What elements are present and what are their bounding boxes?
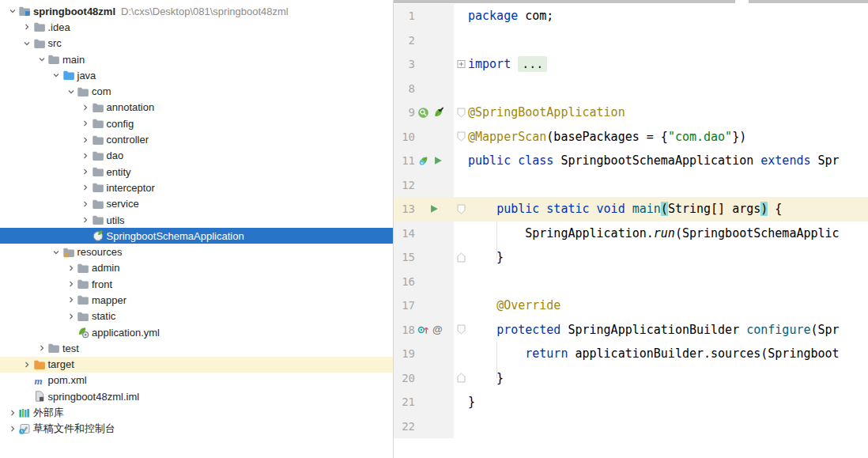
chevron-down-icon[interactable] [51,70,62,80]
fold-marker-down[interactable] [454,324,468,335]
code-line-21[interactable]: 21} [394,390,868,414]
at-icon: @ [432,324,443,335]
code-text-line-13[interactable]: public static void main(String[] args) { [468,197,782,221]
tree-item-target[interactable]: target [0,357,393,373]
tree-item-application.yml[interactable]: application.yml [0,324,393,340]
code-line-8[interactable]: 8 [394,77,868,101]
chevron-down-icon[interactable] [36,55,47,64]
tree-item-springboot48zml.iml[interactable]: springboot48zml.iml [0,388,393,404]
chevron-right-icon[interactable] [80,135,92,145]
tree-item-.idea[interactable]: .idea [0,19,393,35]
folder-icon [77,85,91,98]
editor-lines: 1package com;23import ...89@SpringBootAp… [394,4,868,438]
chevron-right-icon[interactable] [80,151,92,161]
tree-item-草稿文件和控制台[interactable]: 草稿文件和控制台 [0,421,393,437]
chevron-down-icon[interactable] [21,39,33,48]
tree-item-label: entity [106,166,131,178]
code-line-13[interactable]: 13 public static void main(String[] args… [394,197,868,221]
code-line-1[interactable]: 1package com; [394,4,868,28]
code-text-line-19[interactable]: return applicationBuilder.sources(Spring… [468,342,840,366]
tree-item-annotation[interactable]: annotation [0,100,393,115]
fold-marker-up[interactable] [454,252,468,263]
run-icon[interactable] [432,155,443,166]
gutter: 9 [394,100,454,125]
run-icon[interactable] [428,203,440,214]
code-text-line-9[interactable]: @SpringBootApplication [468,100,625,125]
code-text-line-20[interactable]: } [468,366,504,391]
fold-marker-down[interactable] [454,108,468,118]
tree-item-front[interactable]: front [0,276,393,292]
chevron-down-icon[interactable] [65,87,77,97]
code-text-line-15[interactable]: } [468,245,504,270]
chevron-right-icon[interactable] [80,199,92,209]
code-line-15[interactable]: 15 } [394,245,868,270]
fold-marker-down[interactable] [454,204,468,214]
tree-item-config[interactable]: config [0,115,393,131]
code-text-line-3[interactable]: import ... [468,52,547,77]
chevron-right-icon[interactable] [36,343,47,353]
code-line-10[interactable]: 10@MapperScan(basePackages = {"com.dao"}… [394,125,868,150]
tree-item-pom.xml[interactable]: mpom.xml [0,373,393,388]
tree-item-java[interactable]: java [0,67,393,83]
code-text-line-17[interactable]: @Override [468,293,560,318]
code-line-12[interactable]: 12 [394,173,868,198]
chevron-right-icon[interactable] [80,215,92,225]
fold-marker-down[interactable] [454,131,468,142]
code-line-22[interactable]: 22 [394,414,868,439]
tree-item-src[interactable]: src [0,36,393,51]
code-line-9[interactable]: 9@SpringBootApplication [394,100,868,125]
chevron-right-icon[interactable] [65,312,77,321]
tree-item-entity[interactable]: entity [0,164,393,180]
svg-text:m: m [34,374,42,386]
tree-item-admin[interactable]: admin [0,260,393,276]
tree-item-interceptor[interactable]: interceptor [0,180,393,195]
tree-item-main[interactable]: main [0,51,393,67]
chevron-right-icon[interactable] [65,279,77,289]
chevron-right-icon[interactable] [80,183,92,192]
tree-item-static[interactable]: static [0,308,393,324]
extlib-icon [18,407,32,419]
code-line-20[interactable]: 20 } [394,366,868,391]
line-number: 21 [394,396,415,408]
code-text-line-18[interactable]: protected SpringApplicationBuilder confi… [468,318,840,343]
gutter: 13 [394,197,454,221]
tree-item-resources[interactable]: 16">resources [0,244,393,259]
chevron-right-icon[interactable] [80,103,92,112]
chevron-right-icon[interactable] [6,408,18,418]
chevron-right-icon[interactable] [6,424,18,433]
chevron-right-icon[interactable] [65,295,77,305]
code-line-17[interactable]: 17 @Override [394,293,868,318]
folder-icon [92,181,106,194]
chevron-right-icon[interactable] [80,119,92,128]
code-line-11[interactable]: 11public class SpringbootSchemaApplicati… [394,149,868,173]
chevron-right-icon[interactable] [65,263,77,273]
tree-item-dao[interactable]: dao [0,148,393,164]
code-text-line-10[interactable]: @MapperScan(basePackages = {"com.dao"}) [468,125,746,150]
tree-item-com[interactable]: com [0,83,393,99]
tree-item-service[interactable]: service [0,196,393,212]
tree-item-springbootschemaapplication[interactable]: SpringbootSchemaApplication [0,228,393,244]
chevron-right-icon[interactable] [80,167,92,176]
fold-marker-plus[interactable] [454,59,468,69]
code-line-3[interactable]: 3import ... [394,52,868,77]
code-text-line-21[interactable]: } [468,390,475,414]
code-line-19[interactable]: 19 return applicationBuilder.sources(Spr… [394,342,868,366]
tree-item-utils[interactable]: utils [0,212,393,228]
tree-item-外部库[interactable]: 外部库 [0,404,393,420]
chevron-down-icon[interactable] [6,6,18,16]
fold-marker-up[interactable] [454,373,468,383]
chevron-right-icon[interactable] [21,22,33,32]
code-line-16[interactable]: 16 [394,270,868,294]
tree-item-springboot48zml[interactable]: 16">springboot48zmlD:\cxs\Desktop\081\sp… [0,3,393,19]
code-line-14[interactable]: 14 SpringApplication.run(SpringbootSchem… [394,221,868,246]
code-line-18[interactable]: 18@ protected SpringApplicationBuilder c… [394,318,868,343]
code-text-line-11[interactable]: public class SpringbootSchemaApplication… [468,149,840,173]
code-line-2[interactable]: 2 [394,28,868,53]
chevron-down-icon[interactable] [51,248,62,257]
tree-item-test[interactable]: test [0,340,393,356]
code-text-line-14[interactable]: SpringApplication.run(SpringbootSchemaAp… [468,221,840,246]
chevron-right-icon[interactable] [21,360,33,369]
code-text-line-1[interactable]: package com; [468,4,553,28]
tree-item-controller[interactable]: controller [0,131,393,147]
tree-item-mapper[interactable]: mapper [0,292,393,308]
